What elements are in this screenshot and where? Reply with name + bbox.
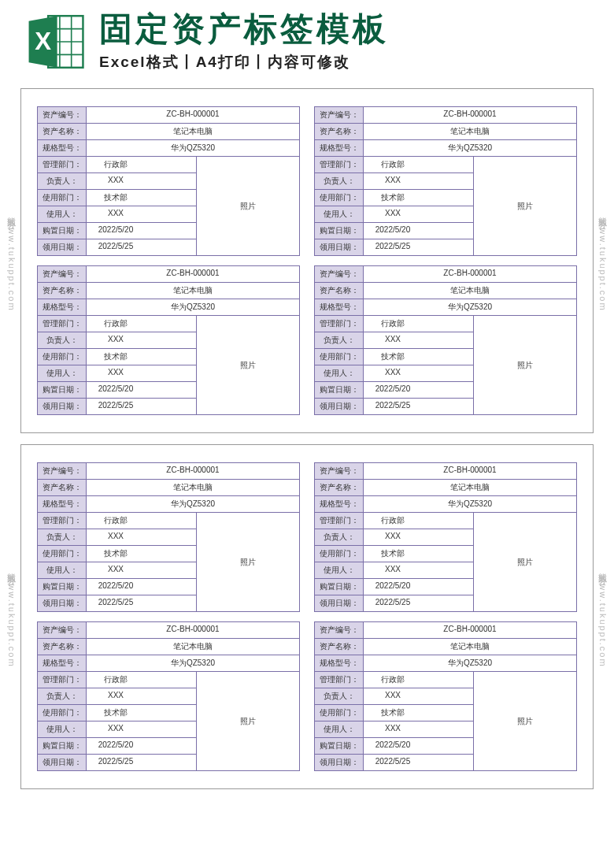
label-asset-no: 资产编号： xyxy=(315,107,364,123)
label-dept: 管理部门： xyxy=(315,513,364,529)
label-asset-no: 资产编号： xyxy=(315,266,364,282)
label-asset-no: 资产编号： xyxy=(315,622,364,638)
label-owner: 负责人： xyxy=(38,332,87,348)
label-dept: 管理部门： xyxy=(38,157,87,172)
label-recv-date: 领用日期： xyxy=(38,239,87,255)
label-spec: 规格型号： xyxy=(315,655,364,671)
value-use-dept: 技术部 xyxy=(364,546,422,562)
label-asset-no: 资产编号： xyxy=(38,463,87,479)
label-spec: 规格型号： xyxy=(315,496,364,512)
value-dept: 行政部 xyxy=(87,157,145,172)
value-use-dept: 技术部 xyxy=(364,190,422,206)
label-buy-date: 购置日期： xyxy=(38,382,87,398)
label-asset-no: 资产编号： xyxy=(38,622,87,638)
label-user: 使用人： xyxy=(38,562,87,578)
label-asset-name: 资产名称： xyxy=(315,480,364,495)
value-asset-no: ZC-BH-000001 xyxy=(87,266,299,282)
label-asset-no: 资产编号： xyxy=(38,266,87,282)
label-spec: 规格型号： xyxy=(315,299,364,315)
header: X 固定资产标签模板 Excel格式丨A4打印丨内容可修改 xyxy=(0,0,614,82)
value-buy-date: 2022/5/20 xyxy=(364,738,422,754)
value-buy-date: 2022/5/20 xyxy=(87,223,145,239)
asset-card: 资产编号：ZC-BH-000001 资产名称：笔记本电脑 规格型号：华为QZ53… xyxy=(314,265,577,415)
label-owner: 负责人： xyxy=(38,173,87,189)
photo-placeholder: 照片 xyxy=(197,672,299,770)
label-dept: 管理部门： xyxy=(38,513,87,529)
asset-card: 资产编号：ZC-BH-000001 资产名称：笔记本电脑 规格型号：华为QZ53… xyxy=(37,462,300,612)
label-dept: 管理部门： xyxy=(315,316,364,332)
value-recv-date: 2022/5/25 xyxy=(87,399,145,414)
asset-card: 资产编号：ZC-BH-000001 资产名称：笔记本电脑 规格型号：华为QZ53… xyxy=(314,462,577,612)
label-recv-date: 领用日期： xyxy=(315,239,364,255)
value-owner: XXX xyxy=(87,173,145,189)
value-dept: 行政部 xyxy=(364,316,422,332)
label-user: 使用人： xyxy=(315,365,364,381)
label-asset-name: 资产名称： xyxy=(315,639,364,655)
value-dept: 行政部 xyxy=(364,157,422,172)
value-buy-date: 2022/5/20 xyxy=(87,579,145,595)
label-recv-date: 领用日期： xyxy=(38,755,87,770)
label-buy-date: 购置日期： xyxy=(315,579,364,595)
value-user: XXX xyxy=(364,206,422,222)
value-buy-date: 2022/5/20 xyxy=(87,738,145,754)
value-buy-date: 2022/5/20 xyxy=(364,382,422,398)
page-subtitle: Excel格式丨A4打印丨内容可修改 xyxy=(99,52,590,72)
value-dept: 行政部 xyxy=(87,672,145,688)
value-asset-name: 笔记本电脑 xyxy=(364,283,576,299)
value-spec: 华为QZ5320 xyxy=(364,299,576,315)
label-use-dept: 使用部门： xyxy=(38,546,87,562)
label-buy-date: 购置日期： xyxy=(38,579,87,595)
value-spec: 华为QZ5320 xyxy=(364,655,576,671)
label-recv-date: 领用日期： xyxy=(38,595,87,611)
value-use-dept: 技术部 xyxy=(364,349,422,365)
value-buy-date: 2022/5/20 xyxy=(364,223,422,239)
label-owner: 负责人： xyxy=(38,688,87,704)
asset-card: 资产编号：ZC-BH-000001 资产名称：笔记本电脑 规格型号：华为QZ53… xyxy=(37,265,300,415)
value-owner: XXX xyxy=(364,332,422,348)
value-asset-name: 笔记本电脑 xyxy=(87,639,299,655)
value-owner: XXX xyxy=(364,529,422,545)
label-recv-date: 领用日期： xyxy=(315,399,364,414)
value-spec: 华为QZ5320 xyxy=(364,496,576,512)
value-recv-date: 2022/5/25 xyxy=(87,755,145,770)
photo-placeholder: 照片 xyxy=(474,672,576,770)
label-use-dept: 使用部门： xyxy=(315,705,364,721)
watermark: 熊猫办公 www.tukuppt.com xyxy=(6,210,17,311)
value-asset-no: ZC-BH-000001 xyxy=(364,463,576,479)
label-spec: 规格型号： xyxy=(38,299,87,315)
value-user: XXX xyxy=(364,562,422,578)
value-dept: 行政部 xyxy=(87,513,145,529)
value-recv-date: 2022/5/25 xyxy=(364,755,422,770)
value-use-dept: 技术部 xyxy=(87,705,145,721)
watermark: 熊猫办公 www.tukuppt.com xyxy=(597,210,608,311)
excel-icon: X xyxy=(24,9,88,74)
value-asset-name: 笔记本电脑 xyxy=(87,124,299,139)
value-user: XXX xyxy=(364,721,422,737)
asset-card: 资产编号：ZC-BH-000001 资产名称：笔记本电脑 规格型号：华为QZ53… xyxy=(37,621,300,771)
label-buy-date: 购置日期： xyxy=(38,738,87,754)
label-owner: 负责人： xyxy=(315,332,364,348)
value-use-dept: 技术部 xyxy=(87,546,145,562)
label-dept: 管理部门： xyxy=(315,672,364,688)
value-user: XXX xyxy=(364,365,422,381)
photo-placeholder: 照片 xyxy=(197,157,299,255)
photo-placeholder: 照片 xyxy=(197,513,299,611)
photo-placeholder: 照片 xyxy=(197,316,299,414)
value-recv-date: 2022/5/25 xyxy=(364,239,422,255)
value-asset-no: ZC-BH-000001 xyxy=(87,107,299,123)
label-spec: 规格型号： xyxy=(315,140,364,156)
label-dept: 管理部门： xyxy=(38,672,87,688)
label-spec: 规格型号： xyxy=(38,655,87,671)
label-asset-name: 资产名称： xyxy=(38,639,87,655)
value-use-dept: 技术部 xyxy=(87,349,145,365)
label-use-dept: 使用部门： xyxy=(315,546,364,562)
value-user: XXX xyxy=(87,562,145,578)
label-use-dept: 使用部门： xyxy=(38,349,87,365)
value-user: XXX xyxy=(87,365,145,381)
value-user: XXX xyxy=(87,206,145,222)
photo-placeholder: 照片 xyxy=(474,316,576,414)
label-owner: 负责人： xyxy=(315,529,364,545)
page-title: 固定资产标签模板 xyxy=(99,11,590,47)
value-owner: XXX xyxy=(87,529,145,545)
value-user: XXX xyxy=(87,721,145,737)
